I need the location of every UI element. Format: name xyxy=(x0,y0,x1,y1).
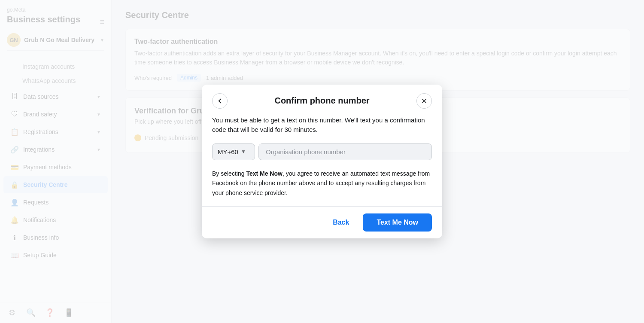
back-button[interactable]: Back xyxy=(324,214,358,231)
modal-consent-text: By selecting Text Me Now, you agree to r… xyxy=(212,169,432,198)
modal-title: Confirm phone number xyxy=(228,96,416,106)
text-me-now-button[interactable]: Text Me Now xyxy=(363,213,432,232)
modal-overlay: Confirm phone number You must be able to… xyxy=(0,0,644,323)
modal-footer: Back Text Me Now xyxy=(202,207,442,238)
modal-description: You must be able to get a text on this n… xyxy=(212,116,432,135)
modal-back-button[interactable] xyxy=(212,93,228,109)
app-layout: go.Meta Business settings ≡ GN Grub N Go… xyxy=(0,0,644,323)
consent-cta-bold: Text Me Now xyxy=(246,170,283,177)
modal-close-button[interactable] xyxy=(416,93,432,109)
consent-suffix: , you agree to receive an automated text… xyxy=(212,170,430,196)
phone-number-input[interactable] xyxy=(258,143,432,160)
chevron-down-icon: ▼ xyxy=(241,149,246,155)
phone-input-row: MY+60 ▼ xyxy=(212,143,432,160)
modal-body: You must be able to get a text on this n… xyxy=(202,116,442,206)
confirm-phone-modal: Confirm phone number You must be able to… xyxy=(202,85,442,238)
country-code-select[interactable]: MY+60 ▼ xyxy=(212,143,255,160)
modal-header: Confirm phone number xyxy=(202,85,442,116)
country-code-value: MY+60 xyxy=(218,148,238,155)
